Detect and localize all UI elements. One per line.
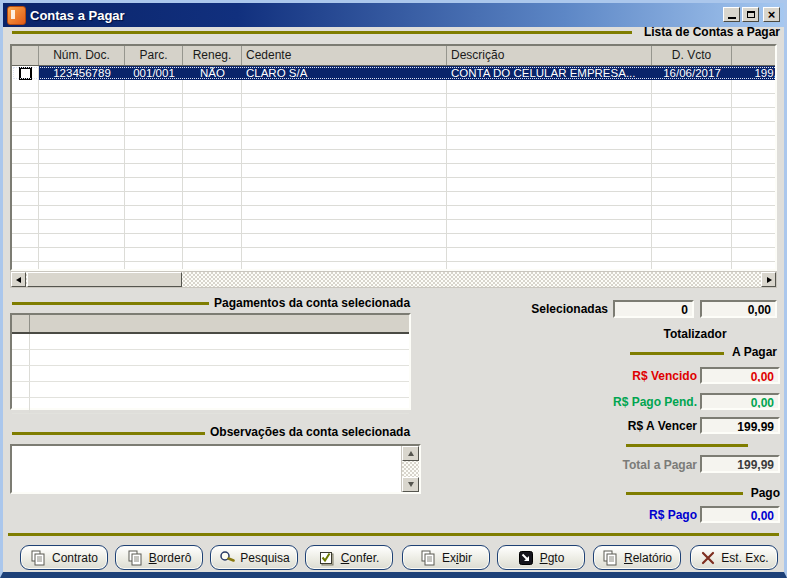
check-icon	[319, 550, 336, 566]
selected-count-field: 0	[613, 300, 694, 318]
row-checkbox-cell[interactable]	[12, 66, 39, 80]
column-header-parc-[interactable]: Parc.	[125, 46, 183, 65]
contrato-label: Contrato	[52, 551, 98, 565]
exibir-label: Exibir	[442, 551, 472, 565]
column-header-cedente[interactable]: Cedente	[242, 46, 447, 65]
column-header-descri-o[interactable]: Descrição	[447, 46, 652, 65]
arrow-right-icon	[767, 277, 775, 283]
payment-icon	[518, 550, 535, 566]
exibir-button[interactable]: Exibir	[402, 545, 490, 570]
empty-row	[12, 150, 775, 164]
bordero-button[interactable]: Borderô	[115, 545, 203, 570]
arrow-left-icon	[13, 277, 21, 283]
selected-summary-label: Selecionadas	[500, 302, 608, 316]
row-cell: NÃO	[183, 66, 242, 80]
column-header-d-vcto[interactable]: D. Vcto	[652, 46, 732, 65]
confer-label: Confer.	[341, 551, 380, 565]
empty-row	[12, 220, 775, 234]
empty-row	[12, 192, 775, 206]
payments-empty-row	[12, 366, 409, 382]
empty-row	[12, 94, 775, 108]
pago-caption-line	[626, 492, 743, 495]
observations-scrollbar[interactable]	[401, 446, 419, 492]
minimize-icon	[728, 17, 736, 19]
row-cell: 001/001	[125, 66, 183, 80]
vencido-label: R$ Vencido	[563, 369, 697, 383]
empty-row	[12, 122, 775, 136]
selected-row[interactable]: 123456789001/001NÃOCLARO S/ACONTA DO CEL…	[12, 66, 775, 80]
relatorio-button[interactable]: Relatório	[593, 545, 681, 570]
total-divider-line	[626, 444, 748, 447]
payments-empty-row	[12, 398, 409, 414]
pago-pend-field: 0,00	[700, 393, 780, 410]
pago-caption: Pago	[743, 486, 780, 500]
copy-icon	[602, 550, 619, 566]
est-exc-label: Est. Exc.	[721, 551, 768, 565]
app-icon	[7, 6, 26, 25]
vencido-field: 0,00	[700, 367, 780, 384]
relatorio-label: Relatório	[624, 551, 672, 565]
horizontal-scrollbar[interactable]	[10, 271, 777, 288]
row-cell: CLARO S/A	[242, 66, 447, 80]
column-header-reneg-[interactable]: Reneg.	[183, 46, 242, 65]
observations-textbox[interactable]	[10, 444, 421, 494]
arrow-up-icon	[408, 448, 414, 456]
payments-empty-row	[12, 334, 409, 350]
close-icon: ×	[768, 8, 776, 21]
grid-body: 123456789001/001NÃOCLARO S/ACONTA DO CEL…	[12, 66, 775, 269]
contrato-button[interactable]: Contrato	[20, 545, 108, 570]
title-bar[interactable]: Contas a Pagar ×	[3, 3, 784, 27]
empty-row	[12, 234, 775, 248]
selected-amount-field: 0,00	[700, 300, 777, 318]
empty-row	[12, 262, 775, 269]
a-vencer-label: R$ A Vencer	[563, 419, 697, 433]
close-button[interactable]: ×	[763, 7, 780, 22]
scroll-left-button[interactable]	[11, 272, 26, 287]
pesquisa-button[interactable]: Pesquisa	[210, 545, 298, 570]
pgto-button[interactable]: Pgto	[497, 545, 585, 570]
confer-button[interactable]: Confer.	[305, 545, 393, 570]
payments-caption-line	[12, 302, 209, 305]
totalizer-title: Totalizador	[640, 327, 750, 341]
bordero-label: Borderô	[149, 551, 192, 565]
payments-empty-row	[12, 350, 409, 366]
empty-row	[12, 80, 775, 94]
x-icon	[699, 550, 716, 566]
row-cell: 123456789	[39, 66, 125, 80]
empty-row	[12, 248, 775, 262]
copy-icon	[30, 550, 47, 566]
payments-empty-row	[12, 382, 409, 398]
empty-row	[12, 164, 775, 178]
window-title: Contas a Pagar	[30, 8, 125, 23]
a-pagar-caption: A Pagar	[726, 345, 777, 359]
row-checkbox[interactable]	[19, 67, 32, 80]
copy-icon	[420, 550, 437, 566]
search-icon	[218, 550, 235, 566]
maximize-button[interactable]	[742, 7, 759, 22]
scrollbar-thumb[interactable]	[27, 272, 182, 287]
payments-caption: Pagamentos da conta selecionada	[214, 296, 410, 310]
column-header-blank[interactable]	[12, 46, 39, 65]
list-caption: Lista de Contas a Pagar	[634, 25, 780, 39]
empty-row	[12, 178, 775, 192]
payments-grid-body	[12, 334, 409, 414]
row-cell: CONTA DO CELULAR EMPRESA...	[447, 66, 652, 80]
scroll-down-button[interactable]	[402, 477, 419, 492]
contas-a-pagar-window: Contas a Pagar × Lista de Contas a Pagar…	[0, 0, 787, 578]
r-pago-field: 0,00	[700, 506, 780, 523]
payments-grid-header	[12, 315, 409, 334]
scroll-up-button[interactable]	[402, 446, 419, 461]
a-vencer-field: 199,99	[700, 417, 780, 434]
column-header-n-m-doc-[interactable]: Núm. Doc.	[39, 46, 125, 65]
arrow-down-icon	[408, 482, 414, 490]
accounts-grid[interactable]: Núm. Doc.Parc.Reneg.CedenteDescriçãoD. V…	[10, 44, 777, 271]
r-pago-label: R$ Pago	[563, 508, 697, 522]
column-header-blank[interactable]	[732, 46, 775, 65]
row-cell: 16/06/2017	[652, 66, 732, 80]
payments-grid[interactable]	[10, 313, 411, 410]
scroll-right-button[interactable]	[761, 272, 776, 287]
empty-row	[12, 206, 775, 220]
pesquisa-label: Pesquisa	[240, 551, 289, 565]
est-exc-button[interactable]: Est. Exc.	[690, 545, 778, 570]
minimize-button[interactable]	[723, 7, 740, 22]
